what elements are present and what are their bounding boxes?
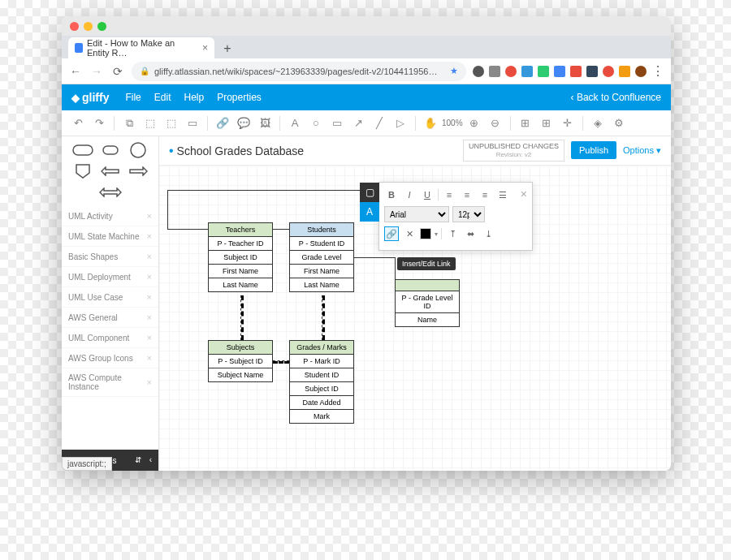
connector[interactable] [395,257,396,280]
connector-tool[interactable]: ↗ [348,114,368,133]
close-icon[interactable]: × [147,333,152,342]
arrow-tool[interactable]: ▷ [391,114,410,133]
category-item[interactable]: UML State Machine× [62,226,158,247]
ellipse-tool[interactable]: ○ [306,114,326,133]
ext-icon[interactable] [505,66,517,77]
star-icon[interactable]: ★ [450,66,458,76]
entity-students[interactable]: Students P - Student ID Grade Level Firs… [289,222,354,292]
font-size-select[interactable]: 12px [452,206,485,222]
zoom-level[interactable]: 100% [442,118,463,127]
align-center-button[interactable]: ≡ [460,187,474,202]
category-item[interactable]: UML Activity× [62,206,158,226]
reload-button[interactable]: ⟳ [110,65,125,78]
ext-icon[interactable] [554,66,565,77]
ext-icon[interactable] [489,66,500,77]
menu-help[interactable]: Help [184,92,204,103]
ext-icon[interactable] [619,66,630,77]
align-right-button[interactable]: ≡ [478,187,492,202]
category-item[interactable]: UML Component× [62,328,158,348]
close-panel-icon[interactable]: × [521,187,527,200]
back-button[interactable]: ← [68,65,83,78]
connector[interactable] [322,295,325,340]
settings-icon[interactable]: ⚙ [609,114,629,133]
zoom-in-button[interactable]: ⊕ [465,114,484,133]
category-item[interactable]: UML Deployment× [62,267,158,287]
copy-button[interactable]: ⧉ [119,114,139,133]
shape-rounded-rect[interactable] [71,141,95,159]
ext-icon[interactable] [538,66,549,77]
back-to-confluence-link[interactable]: ‹ Back to Confluence [571,92,661,103]
category-item[interactable]: Basic Shapes× [62,247,158,267]
line-tool[interactable]: ╱ [370,114,389,133]
options-dropdown[interactable]: Options ▾ [623,145,661,156]
entity-subjects[interactable]: Subjects P - Subject ID Subject Name [208,340,273,382]
browser-tab[interactable]: Edit - How to Make an Entity R… × [68,37,214,58]
close-icon[interactable]: × [147,292,152,302]
menu-icon[interactable]: ⋮ [651,63,664,79]
close-window-button[interactable] [70,22,79,31]
close-icon[interactable]: × [147,312,152,322]
entity-gradelevel[interactable]: P - Grade Level ID Name [395,279,460,327]
canvas[interactable]: Teachers P - Teacher ID Subject ID First… [159,166,671,471]
ext-icon[interactable] [521,66,533,77]
redo-button[interactable]: ↷ [89,114,109,133]
document-title[interactable]: School Grades Database [177,144,304,157]
image-button[interactable]: 🖼 [255,114,275,133]
list-button[interactable]: ☰ [495,187,510,202]
category-item[interactable]: AWS Group Icons× [62,348,158,368]
entity-teachers[interactable]: Teachers P - Teacher ID Subject ID First… [208,222,273,292]
ext-icon[interactable] [635,66,647,77]
ext-icon[interactable] [603,66,614,77]
group-button[interactable]: ⬚ [141,114,160,133]
ext-icon[interactable] [586,66,598,77]
pan-tool[interactable]: ✋ [421,114,440,133]
close-icon[interactable]: × [147,211,152,221]
text-tool[interactable]: A [285,114,305,133]
minimize-window-button[interactable] [84,22,93,31]
undo-button[interactable]: ↶ [68,114,88,133]
shape-circle[interactable] [126,141,150,159]
link-button[interactable]: 🔗 [213,114,232,133]
connector[interactable] [273,360,289,364]
guides-button[interactable]: ✛ [558,114,577,133]
bring-front-button[interactable]: ▭ [183,114,202,133]
ext-icon[interactable] [570,66,582,77]
ungroup-button[interactable]: ⬚ [162,114,181,133]
underline-button[interactable]: U [420,187,435,202]
font-select[interactable]: Arial [384,206,449,222]
close-icon[interactable]: × [147,377,152,387]
unlink-button[interactable]: ✕ [402,226,417,241]
close-icon[interactable]: × [147,231,152,241]
shape-arrow-left[interactable] [98,162,123,180]
valign-mid-button[interactable]: ⬌ [463,226,478,241]
shape-pill[interactable] [98,141,123,159]
valign-top-button[interactable]: ⤒ [445,226,460,241]
align-left-button[interactable]: ≡ [442,187,456,202]
forward-button[interactable]: → [89,65,104,78]
maximize-window-button[interactable] [97,22,106,31]
shape-arrow-right[interactable] [126,162,150,180]
category-item[interactable]: AWS General× [62,308,158,328]
shape-arrow-double[interactable] [98,183,123,201]
link-button[interactable]: 🔗 [384,226,399,241]
menu-edit[interactable]: Edit [154,92,171,103]
connector[interactable] [240,295,244,340]
connector[interactable] [167,190,168,229]
italic-button[interactable]: I [402,187,417,202]
close-icon[interactable]: × [147,353,152,363]
new-tab-button[interactable]: + [218,39,237,58]
publish-button[interactable]: Publish [571,141,616,159]
connector[interactable] [273,229,289,230]
ext-icon[interactable] [473,66,484,77]
layers-button[interactable]: ◈ [588,114,608,133]
comment-button[interactable]: 💬 [234,114,253,133]
zoom-out-button[interactable]: ⊖ [486,114,505,133]
entity-grades[interactable]: Grades / Marks P - Mark ID Student ID Su… [289,340,354,424]
menu-properties[interactable]: Properties [217,92,262,103]
bold-button[interactable]: B [384,187,399,202]
shape-pentagon[interactable] [71,162,95,180]
menu-file[interactable]: File [125,92,141,103]
valign-bottom-button[interactable]: ⤓ [481,226,495,241]
connector[interactable] [167,229,208,230]
color-swatch[interactable] [420,228,431,239]
